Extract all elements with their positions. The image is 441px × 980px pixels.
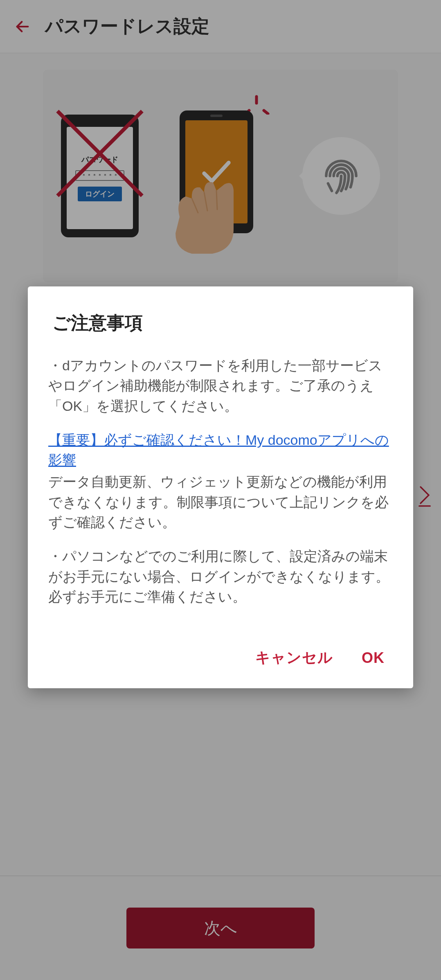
dialog-paragraph-2: データ自動更新、ウィジェット更新などの機能が利用できなくなります。制限事項につい… (48, 472, 393, 532)
ok-button[interactable]: OK (362, 648, 385, 668)
dialog-paragraph-link: 【重要】必ずご確認ください！My docomoアプリへの影響 (48, 430, 393, 471)
dialog-title: ご注意事項 (48, 311, 393, 335)
important-notice-link[interactable]: 【重要】必ずご確認ください！My docomoアプリへの影響 (48, 432, 389, 468)
cancel-button[interactable]: キャンセル (255, 648, 333, 668)
dialog-paragraph-3: ・パソコンなどでのご利用に際して、設定済みの端末がお手元にない場合、ログインがで… (48, 546, 393, 607)
notice-dialog: ご注意事項 ・dアカウントのパスワードを利用した一部サービスやログイン補助機能が… (28, 286, 413, 688)
dialog-actions: キャンセル OK (48, 648, 393, 668)
dialog-paragraph-1: ・dアカウントのパスワードを利用した一部サービスやログイン補助機能が制限されます… (48, 356, 393, 416)
modal-overlay[interactable]: ご注意事項 ・dアカウントのパスワードを利用した一部サービスやログイン補助機能が… (0, 0, 441, 980)
dialog-body: ・dアカウントのパスワードを利用した一部サービスやログイン補助機能が制限されます… (48, 356, 393, 607)
